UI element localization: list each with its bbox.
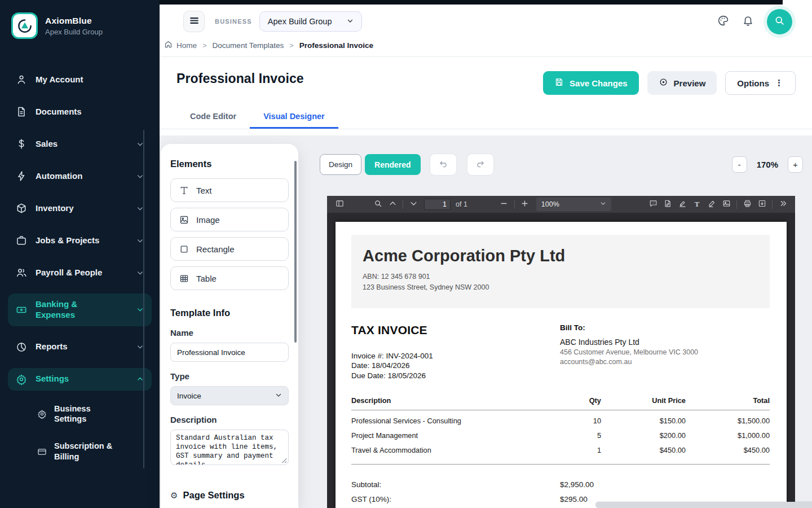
element-table-button[interactable]: Table — [170, 266, 289, 290]
bill-to-email: accounts@abc.com.au — [560, 357, 770, 367]
sidebar-item-documents[interactable]: Documents — [8, 100, 152, 123]
options-button[interactable]: Options ⋮ — [725, 71, 796, 95]
sidebar-item-payroll-people[interactable]: Payroll & People — [8, 261, 152, 284]
pdf-add-image-button[interactable] — [719, 198, 734, 211]
brand: AxiomBlue Apex Build Group — [0, 0, 160, 51]
subtotal-label: Subtotal: — [351, 480, 560, 489]
bill-to-name: ABC Industries Pty Ltd — [560, 338, 770, 347]
pie-chart-icon — [16, 341, 27, 353]
pdf-zoom-out-button[interactable] — [497, 198, 511, 211]
element-text-button[interactable]: Text — [170, 178, 289, 202]
sidebar-item-inventory[interactable]: Inventory — [8, 197, 152, 220]
search-icon — [374, 199, 382, 209]
document-icon — [16, 106, 27, 117]
table-header-row: Description Qty Unit Price Total — [351, 396, 770, 410]
redo-icon — [476, 159, 485, 170]
design-mode-button[interactable]: Design — [320, 154, 361, 175]
pdf-next-page-button[interactable] — [406, 198, 421, 211]
text-tool-icon: T — [695, 200, 700, 209]
pdf-page-number-input[interactable] — [424, 199, 451, 210]
chevron-down-icon — [347, 17, 354, 26]
sidebar-item-settings[interactable]: Settings — [8, 368, 152, 391]
box-icon — [16, 203, 27, 214]
page-settings-heading: ⚙ Page Settings — [170, 490, 289, 501]
page-head: BUSINESS Apex Build Group Home — [160, 5, 812, 135]
template-type-select[interactable]: Invoice — [170, 386, 289, 405]
breadcrumb-home[interactable]: Home — [164, 40, 197, 50]
notifications-button[interactable] — [742, 15, 754, 28]
pdf-text-tool-button[interactable]: T — [690, 198, 704, 211]
theme-button[interactable] — [717, 15, 729, 28]
gear-icon — [16, 374, 27, 385]
double-chevron-right-icon — [779, 199, 787, 209]
element-rectangle-button[interactable]: Rectangle — [170, 237, 289, 261]
elements-heading: Elements — [170, 159, 289, 169]
rendered-mode-button[interactable]: Rendered — [365, 154, 421, 175]
sidebar: AxiomBlue Apex Build Group My Account Do… — [0, 0, 160, 508]
business-selector[interactable]: Apex Build Group — [259, 11, 362, 32]
invoice-company-address: 123 Business Street, Sydney NSW 2000 — [363, 282, 758, 293]
preview-eye-icon — [659, 77, 668, 89]
sidebar-item-my-account[interactable]: My Account — [8, 68, 152, 91]
sidebar-item-automation[interactable]: Automation — [8, 165, 152, 187]
sidebar-subitem-business-settings[interactable]: Business Settings — [8, 400, 152, 428]
panel-scrollbar[interactable] — [294, 161, 297, 343]
tab-code-editor[interactable]: Code Editor — [176, 107, 250, 129]
credit-card-icon — [37, 447, 47, 457]
sidebar-scrollbar[interactable] — [143, 130, 144, 468]
template-description-textarea[interactable]: Standard Australian tax invoice with lin… — [170, 430, 289, 465]
designer-area: Elements Text Image Rectangle Table Temp… — [160, 135, 812, 508]
hamburger-icon — [189, 15, 200, 28]
bill-to-label: Bill To: — [560, 323, 770, 332]
redo-button[interactable] — [467, 154, 494, 176]
bill-to-address: 456 Customer Avenue, Melbourne VIC 3000 — [560, 348, 770, 357]
element-image-button[interactable]: Image — [170, 208, 289, 231]
pdf-sidebar-toggle-button[interactable] — [332, 198, 347, 211]
sidebar-item-sales[interactable]: Sales — [8, 133, 152, 155]
brand-logo-icon — [11, 12, 38, 39]
home-icon — [164, 40, 173, 50]
canvas-zoom-in-button[interactable]: + — [788, 156, 803, 173]
pdf-print-button[interactable] — [740, 198, 754, 211]
subtotal-value: $2,950.00 — [560, 480, 770, 489]
top-sliver — [783, 0, 812, 5]
undo-button[interactable] — [430, 154, 457, 176]
pdf-previous-page-button[interactable] — [385, 198, 400, 211]
briefcase-icon — [16, 235, 27, 246]
canvas-zoom-out-button[interactable]: - — [732, 156, 747, 173]
pdf-more-tools-button[interactable] — [775, 198, 790, 211]
preview-button[interactable]: Preview — [647, 71, 717, 95]
pdf-highlight-button[interactable] — [675, 198, 690, 211]
dollar-icon — [16, 138, 27, 150]
bolt-icon — [16, 170, 27, 182]
pdf-viewer: of 1 100% — [327, 196, 795, 508]
sidebar-item-banking-expenses[interactable]: Banking & Expenses — [8, 294, 152, 326]
pdf-zoom-select[interactable]: 100% — [536, 198, 611, 211]
plus-icon — [520, 199, 529, 209]
pdf-draw-button[interactable] — [704, 198, 719, 211]
template-name-input[interactable] — [170, 343, 289, 362]
breadcrumb-current: Professional Invoice — [299, 41, 373, 50]
pdf-download-button[interactable] — [754, 198, 769, 211]
palette-icon — [717, 15, 729, 28]
type-label: Type — [170, 371, 289, 381]
sidebar-item-jobs-projects[interactable]: Jobs & Projects — [8, 229, 152, 252]
save-icon — [554, 77, 564, 89]
pdf-signature-button[interactable] — [660, 198, 675, 211]
sidebar-subitem-subscription-billing[interactable]: Subscription & Billing — [8, 437, 152, 466]
pdf-zoom-in-button[interactable] — [518, 198, 532, 211]
table-row: Travel & Accommodation 1 $450.00 $450.00 — [351, 443, 770, 457]
pdf-find-button[interactable] — [370, 198, 385, 211]
horizontal-scrollbar[interactable] — [595, 502, 812, 508]
save-changes-button[interactable]: Save Changes — [543, 71, 639, 95]
tab-visual-designer[interactable]: Visual Designer — [250, 107, 338, 129]
image-icon — [722, 199, 731, 209]
pdf-comment-button[interactable] — [646, 198, 660, 211]
search-button[interactable] — [767, 9, 792, 34]
comment-icon — [649, 199, 657, 209]
menu-toggle-button[interactable] — [183, 11, 205, 32]
app-header: BUSINESS Apex Build Group — [160, 5, 812, 38]
canvas-zoom-level: 170% — [757, 160, 778, 169]
breadcrumb-document-templates[interactable]: Document Templates — [213, 41, 284, 50]
sidebar-item-reports[interactable]: Reports — [8, 336, 152, 358]
